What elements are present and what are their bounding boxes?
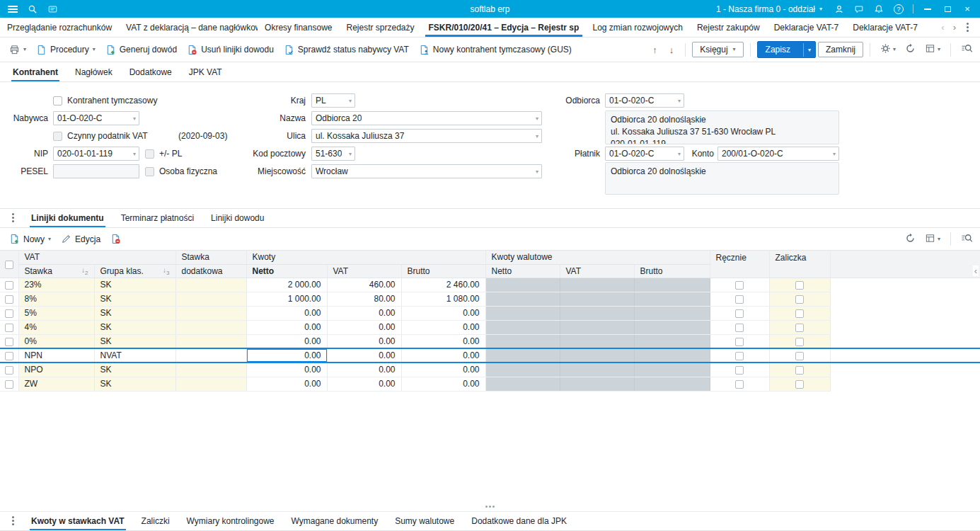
toolbar-button-5[interactable]: Sprawdź status nabywcy VAT xyxy=(279,41,414,59)
recznie-checkbox[interactable] xyxy=(735,281,744,290)
col-brutto[interactable]: Brutto xyxy=(401,264,485,278)
col-wal-netto[interactable]: Netto xyxy=(485,264,560,278)
form-tab-2[interactable]: Nagłówek xyxy=(67,62,121,81)
zaliczka-checkbox[interactable] xyxy=(795,309,804,318)
recznie-checkbox[interactable] xyxy=(735,366,744,375)
recznie-checkbox[interactable] xyxy=(735,309,744,318)
cell-wal-vat[interactable] xyxy=(560,306,634,320)
cell-wal-vat[interactable] xyxy=(560,320,634,334)
col-stawka[interactable]: Stawka↓2 xyxy=(18,264,94,278)
row-select-cell[interactable] xyxy=(0,292,18,306)
cell-brutto[interactable]: 0.00 xyxy=(401,334,485,348)
cell-recznie[interactable] xyxy=(710,292,769,306)
cell-vat[interactable]: 0.00 xyxy=(327,306,401,320)
cell-stawka-dodatkowa[interactable] xyxy=(175,306,246,320)
col-zaliczka[interactable]: Zaliczka xyxy=(769,251,830,278)
cell-wal-brutto[interactable] xyxy=(634,334,710,348)
grid-row-4[interactable]: 4%SK0.000.000.00 xyxy=(0,320,980,334)
cell-stawka-dodatkowa[interactable] xyxy=(175,292,246,306)
cell-wal-netto[interactable] xyxy=(485,292,560,306)
grid-row-5[interactable]: 0%SK0.000.000.00 xyxy=(0,334,980,348)
row-select-cell[interactable] xyxy=(0,334,18,348)
col-grupa-klas[interactable]: Grupa klas.↓3 xyxy=(94,264,175,278)
cell-brutto[interactable]: 0.00 xyxy=(401,320,485,334)
cell-vat[interactable]: 0.00 xyxy=(327,377,401,391)
zaliczka-checkbox[interactable] xyxy=(795,380,804,389)
recznie-checkbox[interactable] xyxy=(735,352,744,360)
cell-netto[interactable]: 0.00 xyxy=(246,320,327,334)
cell-wal-brutto[interactable] xyxy=(634,306,710,320)
cell-stawka[interactable]: 0% xyxy=(18,334,94,348)
close-icon[interactable]: × xyxy=(957,0,977,18)
form-tab-4[interactable]: JPK VAT xyxy=(180,62,231,81)
cell-zaliczka[interactable] xyxy=(769,306,830,320)
cell-grupa-klas[interactable]: SK xyxy=(94,377,175,391)
cell-recznie[interactable] xyxy=(710,306,769,320)
grid-row-1[interactable]: 23%SK2 000.00460.002 460.00 xyxy=(0,278,980,292)
cell-wal-brutto[interactable] xyxy=(634,348,710,362)
row-select-cell[interactable] xyxy=(0,306,18,320)
main-tab-5[interactable]: FSKR/010/20/41 – Edycja – Rejestr sp xyxy=(422,18,586,37)
nazwa-select[interactable]: Odbiorca 20▾ xyxy=(311,111,542,125)
main-tab-6[interactable]: Log zmian rozwojowych xyxy=(586,18,690,37)
cell-brutto[interactable]: 0.00 xyxy=(401,377,485,391)
recznie-checkbox[interactable] xyxy=(735,324,744,332)
cell-netto[interactable]: 0.00 xyxy=(246,334,327,348)
row-checkbox[interactable] xyxy=(5,338,13,346)
detail-toolbar-button-2[interactable]: Edycja xyxy=(56,230,105,248)
main-tab-2[interactable]: VAT z deklaracją – dane nagłówkow xyxy=(119,18,258,37)
cell-stawka-dodatkowa[interactable] xyxy=(175,348,246,362)
move-down-button[interactable]: ↓ xyxy=(664,42,679,58)
col-vat[interactable]: VAT xyxy=(327,264,401,278)
col-recznie[interactable]: Ręcznie xyxy=(710,251,769,278)
main-tab-9[interactable]: Deklaracje VAT-7 xyxy=(846,18,925,37)
cell-zaliczka[interactable] xyxy=(769,320,830,334)
cell-grupa-klas[interactable]: SK xyxy=(94,334,175,348)
cell-netto[interactable]: 0.00 xyxy=(246,306,327,320)
minimize-icon[interactable] xyxy=(918,0,938,18)
search-icon[interactable] xyxy=(23,0,42,18)
cell-vat[interactable]: 80.00 xyxy=(327,292,401,306)
osoba-fizyczna-checkbox[interactable] xyxy=(145,167,154,176)
pl-prefix-checkbox[interactable] xyxy=(145,149,154,159)
bottom-tab-1[interactable]: Kwoty w stawkach VAT xyxy=(23,512,133,530)
help-icon[interactable]: ? xyxy=(889,0,909,18)
user-icon[interactable] xyxy=(829,0,849,18)
chat-icon[interactable] xyxy=(849,0,869,18)
cell-wal-vat[interactable] xyxy=(560,292,634,306)
row-checkbox[interactable] xyxy=(5,352,13,360)
maximize-icon[interactable] xyxy=(938,0,957,18)
cell-wal-brutto[interactable] xyxy=(634,278,710,292)
cell-stawka[interactable]: 23% xyxy=(18,278,94,292)
cell-stawka-dodatkowa[interactable] xyxy=(175,320,246,334)
bottom-tab-4[interactable]: Wymagane dokumenty xyxy=(283,512,387,530)
cell-zaliczka[interactable] xyxy=(769,362,830,377)
cell-wal-netto[interactable] xyxy=(485,377,560,391)
grid-row-7[interactable]: NPOSK0.000.000.00 xyxy=(0,362,980,377)
toolbar-button-2[interactable]: Procedury▾ xyxy=(31,41,100,59)
cell-recznie[interactable] xyxy=(710,334,769,348)
row-checkbox[interactable] xyxy=(5,309,13,318)
form-tab-1[interactable]: Kontrahent xyxy=(4,62,67,81)
bottom-tab-5[interactable]: Sumy walutowe xyxy=(386,512,463,530)
chevron-down-icon[interactable]: ▾ xyxy=(803,43,815,57)
recznie-checkbox[interactable] xyxy=(735,338,744,346)
settings-gear-button[interactable]: ▾ xyxy=(877,40,899,59)
bottom-tab-6[interactable]: Dodatkowe dane dla JPK xyxy=(463,512,575,530)
cell-grupa-klas[interactable]: SK xyxy=(94,306,175,320)
cell-zaliczka[interactable] xyxy=(769,278,830,292)
cell-wal-netto[interactable] xyxy=(485,348,560,362)
cell-stawka-dodatkowa[interactable] xyxy=(175,377,246,391)
cell-grupa-klas[interactable]: SK xyxy=(94,362,175,377)
select-all-cell[interactable] xyxy=(0,251,18,278)
table-settings-button[interactable]: ▾ xyxy=(921,40,944,59)
bottom-tab-2[interactable]: Zaliczki xyxy=(133,512,178,530)
scroll-tabs-right-icon[interactable]: › xyxy=(953,22,956,33)
grid-search-button[interactable] xyxy=(957,230,976,249)
cell-stawka[interactable]: 5% xyxy=(18,306,94,320)
row-select-cell[interactable] xyxy=(0,320,18,334)
cell-wal-brutto[interactable] xyxy=(634,362,710,377)
cell-stawka[interactable]: 4% xyxy=(18,320,94,334)
cell-wal-vat[interactable] xyxy=(560,348,634,362)
row-checkbox[interactable] xyxy=(5,324,13,332)
